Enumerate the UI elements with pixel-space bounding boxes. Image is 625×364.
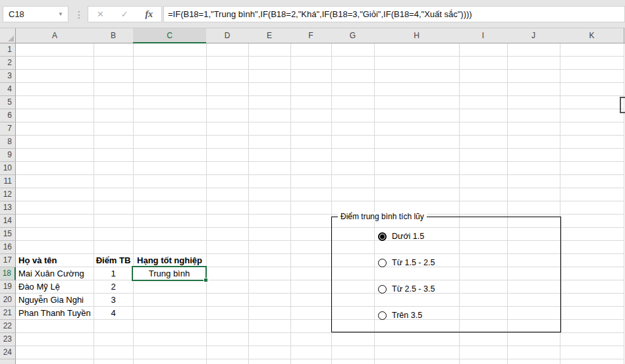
cell-B17[interactable]: Điểm TB [94,254,133,267]
row-header-12[interactable]: 12 [0,188,16,201]
radio-option-label: Dưới 1.5 [392,232,424,241]
row-header-17[interactable]: 17 [0,254,16,267]
select-all-triangle-icon [8,36,14,41]
radio-option-3[interactable]: Từ 2.5 - 3.5 [378,284,435,294]
excel-window: C18 ▼ ⋮ ✕ ✓ fx =IF(B18=1,"Trung bình",IF… [0,0,625,364]
group-box-diem-trung-binh: Điểm trung bình tích lũy Dưới 1.5Từ 1.5 … [331,217,561,332]
formula-buttons: ✕ ✓ fx [88,6,162,22]
row-header-6[interactable]: 6 [0,109,16,122]
row-header-13[interactable]: 13 [0,201,16,215]
column-header-C[interactable]: C [133,28,207,43]
row-header-11[interactable]: 11 [0,175,16,188]
row-header-10[interactable]: 10 [0,162,16,175]
row-header-22[interactable]: 22 [0,320,16,333]
name-box[interactable]: C18 ▼ [3,6,68,22]
radio-option-4[interactable]: Trên 3.5 [378,310,422,321]
chevron-down-icon[interactable]: ▼ [58,11,68,17]
row-header-9[interactable]: 9 [0,149,16,162]
row-header-14[interactable]: 14 [0,215,16,228]
row-header-23[interactable]: 23 [0,333,16,346]
radio-option-label: Từ 2.5 - 3.5 [392,284,435,294]
column-header-F[interactable]: F [290,28,332,43]
column-header-D[interactable]: D [206,28,249,43]
row-header-18[interactable]: 18 [0,267,16,280]
row-header-16[interactable]: 16 [0,241,16,254]
enter-icon[interactable]: ✓ [121,9,128,19]
radio-unselected-icon [378,311,387,320]
cell-B21[interactable]: 4 [94,307,133,320]
cell-B19[interactable]: 2 [94,280,133,294]
row-header-3[interactable]: 3 [0,70,16,83]
radio-option-2[interactable]: Từ 1.5 - 2.5 [378,257,435,268]
selected-cell-C18[interactable]: Trung bình [132,266,207,281]
grip-dots-icon: ⋮ [74,6,84,22]
row-header-19[interactable]: 19 [0,280,16,294]
select-all-corner[interactable] [0,28,16,43]
column-header-I[interactable]: I [459,28,508,43]
group-box-title: Điểm trung bình tích lũy [338,212,427,221]
column-header-A[interactable]: A [16,28,94,43]
cancel-icon[interactable]: ✕ [97,9,104,19]
offscreen-object-edge [620,97,625,113]
radio-option-label: Trên 3.5 [392,311,422,320]
cell-A18[interactable]: Mai Xuân Cường [16,267,94,280]
cell-A20[interactable]: Nguyễn Gia Nghi [16,294,94,307]
cell-A17[interactable]: Họ và tên [16,254,94,267]
row-header-21[interactable]: 21 [0,307,16,320]
formula-input[interactable]: =IF(B18=1,"Trung bình",IF(B18=2,"Khá",IF… [163,6,625,22]
radio-unselected-icon [378,285,387,294]
insert-function-icon[interactable]: fx [145,9,153,20]
row-header-20[interactable]: 20 [0,294,16,307]
row-header-15[interactable]: 15 [0,228,16,241]
column-header-H[interactable]: H [374,28,460,43]
row-header-24[interactable]: 24 [0,346,16,359]
row-header-1[interactable]: 1 [0,43,16,57]
formula-bar: C18 ▼ ⋮ ✕ ✓ fx =IF(B18=1,"Trung bình",IF… [0,0,625,28]
row-header-7[interactable]: 7 [0,122,16,136]
column-header-K[interactable]: K [560,28,624,43]
selected-cell-value: Trung bình [149,269,190,278]
radio-unselected-icon [378,259,387,267]
cell-B18[interactable]: 1 [94,267,133,280]
row-header-4[interactable]: 4 [0,83,16,96]
row-header-8[interactable]: 8 [0,136,16,149]
row-header-5[interactable]: 5 [0,96,16,109]
radio-option-label: Từ 1.5 - 2.5 [392,258,435,267]
cell-A19[interactable]: Đào Mỹ Lệ [16,280,94,294]
column-header-E[interactable]: E [248,28,291,43]
column-header-G[interactable]: G [331,28,375,43]
row-header-2[interactable]: 2 [0,57,16,70]
radio-option-1[interactable]: Dưới 1.5 [378,231,424,242]
cell-C17[interactable]: Hạng tốt nghiệp [133,254,206,267]
cell-B20[interactable]: 3 [94,294,133,307]
radio-selected-icon [378,232,387,241]
cell-A21[interactable]: Phan Thanh Tuyền [16,307,94,320]
column-header-J[interactable]: J [507,28,560,43]
name-box-value: C18 [3,9,58,19]
row-header-partial[interactable] [0,359,16,364]
fill-handle[interactable] [204,278,208,282]
column-header-B[interactable]: B [94,28,134,43]
